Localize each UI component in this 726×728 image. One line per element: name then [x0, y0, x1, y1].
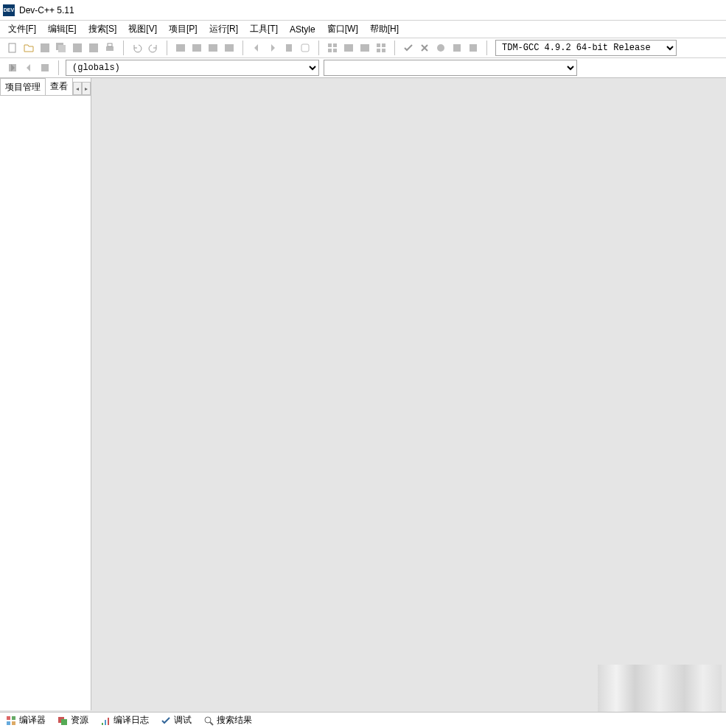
svg-rect-18	[344, 44, 353, 52]
toolbar-separator	[167, 41, 167, 55]
bottom-tab-compiler[interactable]: 编译器	[3, 713, 49, 728]
tab-class-view[interactable]: 查看	[45, 78, 73, 95]
toolbar-separator	[58, 60, 59, 75]
menu-astyle[interactable]: AStyle	[285, 22, 321, 37]
menu-window[interactable]: 窗口[W]	[322, 21, 363, 38]
toggle-bookmark-icon[interactable]	[281, 40, 297, 56]
menu-file[interactable]: 文件[F]	[3, 21, 41, 38]
toolbar-separator	[242, 41, 243, 55]
menu-view[interactable]: 视图[V]	[123, 21, 162, 38]
redo-icon[interactable]	[145, 40, 161, 56]
replace-icon[interactable]	[189, 40, 205, 56]
bottom-tab-resources-label: 资源	[71, 714, 88, 727]
bottom-tab-compile-log[interactable]: 编译日志	[97, 713, 152, 728]
toolbar-separator	[486, 41, 487, 55]
open-file-icon[interactable]	[21, 40, 37, 56]
compile-icon[interactable]	[324, 40, 341, 56]
save-icon[interactable]	[37, 40, 53, 56]
svg-rect-11	[225, 44, 234, 52]
svg-rect-9	[192, 44, 201, 52]
app-icon: DEV	[3, 4, 15, 16]
bottom-tab-debug[interactable]: 调试	[158, 713, 195, 728]
svg-rect-19	[360, 44, 369, 52]
class-forward-icon[interactable]	[37, 60, 53, 76]
tab-scroll-right-icon[interactable]: ▸	[82, 82, 91, 95]
new-file-icon[interactable]	[4, 40, 21, 56]
svg-rect-22	[377, 49, 380, 52]
bottom-tab-debug-label: 调试	[174, 714, 192, 727]
bottom-tab-search-results[interactable]: 搜索结果	[200, 713, 255, 728]
clean-icon[interactable]	[465, 40, 481, 56]
svg-rect-25	[453, 44, 461, 52]
toolbar-separator	[123, 41, 124, 55]
compiler-profile-select[interactable]: TDM-GCC 4.9.2 64-bit Release	[495, 40, 677, 56]
forward-icon[interactable]	[265, 40, 281, 56]
watermark-smudge	[598, 665, 722, 712]
svg-rect-15	[333, 43, 337, 47]
goto-line-icon[interactable]	[221, 40, 237, 56]
bottom-tab-compile-log-label: 编译日志	[114, 714, 149, 727]
profile-icon[interactable]	[449, 40, 465, 56]
svg-rect-36	[105, 720, 106, 725]
bottom-tabs: 编译器 资源 编译日志 调试 搜索结果	[0, 712, 726, 728]
svg-rect-29	[7, 716, 10, 720]
member-select[interactable]	[324, 60, 577, 76]
side-panel-tabs: 项目管理 查看 ◂ ▸	[0, 78, 91, 96]
find-next-icon[interactable]	[205, 40, 221, 56]
svg-rect-6	[106, 46, 114, 51]
grid-icon	[6, 715, 16, 726]
menu-run[interactable]: 运行[R]	[204, 21, 243, 38]
rebuild-icon[interactable]	[373, 40, 389, 56]
menu-tools[interactable]: 工具[T]	[245, 21, 283, 38]
main-area: 项目管理 查看 ◂ ▸	[0, 78, 726, 710]
toolbar-classes: (globals)	[0, 58, 726, 78]
save-as-icon[interactable]	[69, 40, 85, 56]
svg-point-38	[205, 717, 211, 723]
class-back-icon[interactable]	[21, 60, 37, 76]
svg-rect-31	[7, 721, 10, 725]
log-icon	[100, 715, 111, 726]
bottom-tab-resources[interactable]: 资源	[55, 713, 91, 728]
svg-rect-23	[382, 49, 385, 52]
menu-search[interactable]: 搜索[S]	[83, 21, 122, 38]
close-file-icon[interactable]	[85, 40, 102, 56]
menu-project[interactable]: 项目[P]	[164, 21, 203, 38]
find-icon[interactable]	[172, 40, 189, 56]
svg-rect-10	[209, 44, 217, 52]
goto-bookmark-icon[interactable]	[297, 40, 313, 56]
search-icon	[203, 715, 214, 726]
app-title: Dev-C++ 5.11	[19, 5, 74, 15]
svg-rect-0	[9, 43, 15, 52]
run-icon[interactable]	[341, 40, 357, 56]
menu-help[interactable]: 帮助[H]	[365, 21, 404, 38]
tab-project-manager[interactable]: 项目管理	[0, 78, 46, 96]
tab-scroll: ◂ ▸	[73, 82, 91, 95]
svg-rect-12	[286, 44, 292, 52]
compile-run-icon[interactable]	[357, 40, 373, 56]
tab-scroll-left-icon[interactable]: ◂	[73, 82, 82, 95]
svg-rect-16	[328, 49, 332, 52]
svg-rect-7	[108, 43, 112, 46]
svg-rect-26	[470, 44, 477, 52]
undo-icon[interactable]	[129, 40, 145, 56]
svg-rect-1	[41, 43, 49, 52]
svg-rect-5	[89, 43, 98, 52]
bottom-tab-compiler-label: 编译器	[19, 714, 46, 727]
new-class-icon[interactable]	[4, 60, 21, 76]
check-icon[interactable]	[400, 40, 416, 56]
save-all-icon[interactable]	[53, 40, 69, 56]
editor-area[interactable]	[91, 78, 726, 710]
svg-rect-3	[58, 45, 66, 52]
svg-rect-17	[333, 49, 337, 52]
svg-rect-13	[301, 44, 309, 52]
back-icon[interactable]	[248, 40, 265, 56]
print-icon[interactable]	[102, 40, 118, 56]
stop-icon[interactable]	[416, 40, 433, 56]
bottom-tab-search-results-label: 搜索结果	[217, 714, 252, 727]
project-tree[interactable]	[0, 96, 91, 710]
menu-edit[interactable]: 编辑[E]	[43, 21, 82, 38]
svg-rect-4	[73, 43, 82, 52]
svg-rect-20	[377, 43, 380, 47]
scope-select[interactable]: (globals)	[66, 60, 319, 76]
debug-icon[interactable]	[433, 40, 449, 56]
